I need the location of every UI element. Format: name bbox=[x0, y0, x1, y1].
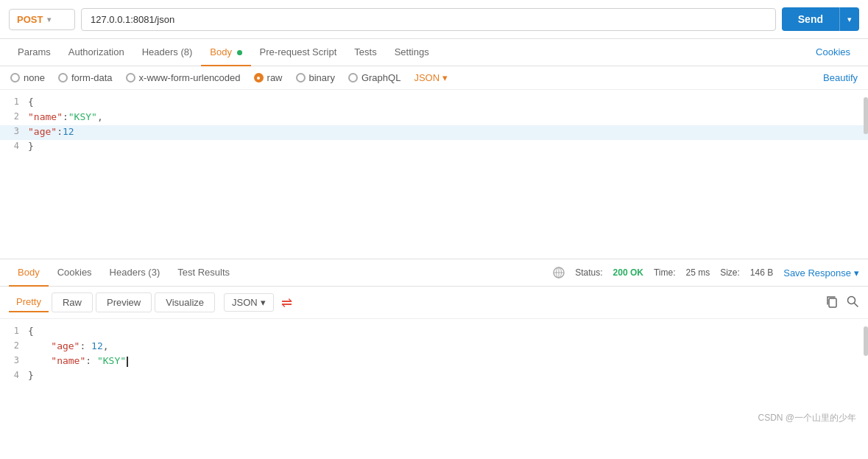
top-bar: POST ▾ Send ▾ bbox=[0, 0, 868, 39]
resp-tab-body[interactable]: Body bbox=[9, 259, 49, 287]
radio-form-data-circle bbox=[58, 73, 68, 83]
radio-urlencoded[interactable]: x-www-form-urlencoded bbox=[126, 72, 241, 83]
editor-scrollbar-thumb[interactable] bbox=[864, 97, 868, 134]
radio-raw-label: raw bbox=[267, 72, 283, 83]
method-select[interactable]: POST ▾ bbox=[9, 9, 75, 30]
svg-rect-4 bbox=[829, 298, 836, 307]
radio-graphql[interactable]: GraphQL bbox=[348, 72, 401, 83]
line-num-2: 2 bbox=[0, 111, 28, 122]
watermark-text: CSDN @一个山里的少年 bbox=[758, 413, 856, 423]
resp-tab-test-results[interactable]: Test Results bbox=[169, 259, 239, 287]
send-dropdown-button[interactable]: ▾ bbox=[839, 7, 859, 31]
resp-line-2: 2 "age": 12, bbox=[0, 340, 868, 354]
globe-icon bbox=[553, 267, 565, 278]
save-response-chevron: ▾ bbox=[854, 267, 859, 278]
resp-icon-group bbox=[825, 295, 859, 311]
response-tabs: Body Cookies Headers (3) Test Results St… bbox=[0, 259, 868, 287]
radio-form-data-label: form-data bbox=[71, 72, 113, 83]
resp-line-content-4: } bbox=[28, 370, 868, 381]
body-active-dot bbox=[237, 50, 242, 55]
wrap-icon: ⇌ bbox=[281, 295, 292, 310]
radio-form-data[interactable]: form-data bbox=[58, 72, 113, 83]
time-value: 25 ms bbox=[685, 267, 710, 278]
request-line-1: 1 { bbox=[0, 96, 868, 111]
resp-line-3: 3 "name": "KSY" bbox=[0, 354, 868, 369]
svg-line-6 bbox=[855, 303, 858, 306]
request-code-editor[interactable]: 1 { 2 "name":"KSY", 3 "age":12 4 } bbox=[0, 90, 868, 259]
save-response-button[interactable]: Save Response ▾ bbox=[783, 267, 859, 278]
method-label: POST bbox=[17, 14, 43, 25]
tab-pre-request[interactable]: Pre-request Script bbox=[251, 39, 346, 66]
body-options-bar: none form-data x-www-form-urlencoded raw… bbox=[0, 66, 868, 90]
format-chevron: ▾ bbox=[442, 72, 448, 83]
tab-tests[interactable]: Tests bbox=[345, 39, 385, 66]
status-value: 200 OK bbox=[613, 267, 643, 278]
search-icon bbox=[846, 295, 859, 308]
request-line-2: 2 "name":"KSY", bbox=[0, 111, 868, 125]
line-content-4: } bbox=[28, 141, 868, 152]
request-line-4: 4 } bbox=[0, 140, 868, 155]
send-button[interactable]: Send bbox=[782, 7, 839, 31]
method-chevron: ▾ bbox=[47, 15, 51, 24]
size-value: 146 B bbox=[750, 267, 773, 278]
line-content-3: "age":12 bbox=[28, 126, 868, 137]
resp-format-chevron: ▾ bbox=[261, 297, 266, 308]
time-label: Time: bbox=[654, 267, 676, 278]
tab-params[interactable]: Params bbox=[9, 39, 60, 66]
resp-line-num-3: 3 bbox=[0, 355, 28, 365]
radio-binary-label: binary bbox=[309, 72, 335, 83]
radio-none-label: none bbox=[24, 72, 45, 83]
resp-line-num-1: 1 bbox=[0, 326, 28, 336]
tab-authorization[interactable]: Authorization bbox=[60, 39, 133, 66]
copy-button[interactable] bbox=[825, 295, 839, 311]
response-body-options: Pretty Raw Preview Visualize JSON ▾ ⇌ bbox=[0, 287, 868, 319]
tab-headers[interactable]: Headers (8) bbox=[133, 39, 202, 66]
url-input[interactable] bbox=[81, 8, 776, 31]
line-num-3: 3 bbox=[0, 126, 28, 136]
resp-line-content-2: "age": 12, bbox=[28, 340, 868, 351]
request-tabs: Params Authorization Headers (8) Body Pr… bbox=[0, 39, 868, 66]
resp-line-num-2: 2 bbox=[0, 340, 28, 351]
tab-settings[interactable]: Settings bbox=[386, 39, 438, 66]
resp-line-content-3: "name": "KSY" bbox=[28, 355, 868, 367]
watermark: CSDN @一个山里的少年 bbox=[0, 407, 868, 429]
radio-graphql-label: GraphQL bbox=[361, 72, 401, 83]
radio-raw-circle bbox=[254, 73, 264, 83]
radio-none-circle bbox=[10, 73, 20, 83]
resp-scrollbar-thumb[interactable] bbox=[864, 326, 868, 356]
format-label: JSON bbox=[414, 72, 440, 83]
wrap-button[interactable]: ⇌ bbox=[281, 295, 292, 311]
beautify-button[interactable]: Beautify bbox=[823, 72, 858, 83]
resp-line-4: 4 } bbox=[0, 369, 868, 384]
resp-tab-headers[interactable]: Headers (3) bbox=[101, 259, 169, 287]
radio-binary[interactable]: binary bbox=[296, 72, 335, 83]
size-label: Size: bbox=[720, 267, 740, 278]
view-pretty-button[interactable]: Pretty bbox=[9, 292, 49, 312]
response-code-editor[interactable]: 1 { 2 "age": 12, 3 "name": "KSY" 4 } bbox=[0, 319, 868, 407]
view-visualize-button[interactable]: Visualize bbox=[155, 292, 215, 312]
copy-icon bbox=[825, 295, 839, 308]
radio-binary-circle bbox=[296, 73, 306, 83]
view-preview-button[interactable]: Preview bbox=[96, 292, 152, 312]
radio-urlencoded-circle bbox=[126, 73, 135, 83]
format-select-button[interactable]: JSON ▾ bbox=[414, 72, 448, 83]
tab-body[interactable]: Body bbox=[201, 39, 250, 66]
status-label: Status: bbox=[575, 267, 602, 278]
radio-graphql-circle bbox=[348, 73, 358, 83]
radio-urlencoded-label: x-www-form-urlencoded bbox=[139, 72, 241, 83]
radio-raw[interactable]: raw bbox=[254, 72, 283, 83]
text-cursor bbox=[127, 357, 128, 367]
send-btn-group: Send ▾ bbox=[782, 7, 859, 31]
line-content-1: { bbox=[28, 97, 868, 108]
radio-none[interactable]: none bbox=[10, 72, 45, 83]
resp-format-select[interactable]: JSON ▾ bbox=[224, 293, 274, 312]
view-raw-button[interactable]: Raw bbox=[52, 292, 93, 312]
resp-line-1: 1 { bbox=[0, 325, 868, 340]
response-status-bar: Status: 200 OK Time: 25 ms Size: 146 B S… bbox=[553, 267, 859, 278]
line-num-4: 4 bbox=[0, 141, 28, 151]
search-button[interactable] bbox=[846, 295, 859, 311]
line-content-2: "name":"KSY", bbox=[28, 111, 868, 122]
line-num-1: 1 bbox=[0, 97, 28, 107]
cookies-link[interactable]: Cookies bbox=[807, 39, 859, 66]
resp-tab-cookies[interactable]: Cookies bbox=[49, 259, 101, 287]
